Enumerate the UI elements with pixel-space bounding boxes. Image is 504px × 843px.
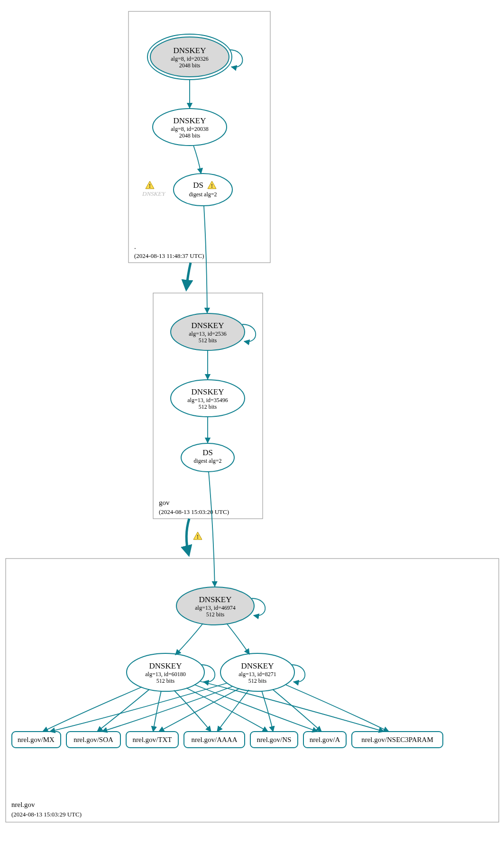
warning-icon: ! xyxy=(193,532,202,540)
node-root-ksk[interactable]: DNSKEY alg=8, id=20326 2048 bits xyxy=(147,34,232,80)
svg-text:!: ! xyxy=(197,533,199,540)
node-nrel-zsk1[interactable]: DNSKEY alg=13, id=60180 512 bits xyxy=(127,653,204,691)
svg-text:512 bits: 512 bits xyxy=(199,337,217,344)
svg-text:nrel.gov/NS: nrel.gov/NS xyxy=(257,736,292,743)
edge-root-zsk-ds xyxy=(193,146,201,174)
zone-gov-timestamp: (2024-08-13 15:03:20 UTC) xyxy=(159,508,229,515)
rrset-aaaa[interactable]: nrel.gov/AAAA xyxy=(184,732,245,748)
dnssec-graph: . (2024-08-13 11:48:37 UTC) DNSKEY alg=8… xyxy=(0,0,504,843)
rrset-txt[interactable]: nrel.gov/TXT xyxy=(126,732,178,748)
svg-text:nrel.gov/NSEC3PARAM: nrel.gov/NSEC3PARAM xyxy=(361,736,433,743)
edge-root-to-gov xyxy=(186,263,191,289)
svg-text:DNSKEY: DNSKEY xyxy=(142,190,166,197)
svg-text:2048 bits: 2048 bits xyxy=(179,62,201,69)
svg-text:512 bits: 512 bits xyxy=(156,678,175,684)
svg-text:nrel.gov/A: nrel.gov/A xyxy=(310,736,340,743)
edges-to-rrsets xyxy=(43,681,389,732)
svg-text:DNSKEY: DNSKEY xyxy=(149,661,182,670)
rrset-soa[interactable]: nrel.gov/SOA xyxy=(66,732,120,748)
svg-text:nrel.gov/SOA: nrel.gov/SOA xyxy=(73,736,113,743)
node-nrel-ksk[interactable]: DNSKEY alg=13, id=46974 512 bits xyxy=(176,587,254,625)
svg-text:512 bits: 512 bits xyxy=(199,403,217,410)
edge-gov-ds-nrel-ksk xyxy=(209,472,215,586)
edge-gov-to-nrel xyxy=(186,519,189,555)
warning-icon: ! xyxy=(146,181,154,189)
svg-text:!: ! xyxy=(149,183,151,189)
svg-text:DNSKEY: DNSKEY xyxy=(192,321,224,330)
zone-root-label: . xyxy=(134,243,136,250)
node-gov-ksk[interactable]: DNSKEY alg=13, id=2536 512 bits xyxy=(171,313,245,350)
svg-text:alg=13, id=2536: alg=13, id=2536 xyxy=(189,330,227,337)
svg-text:alg=13, id=46974: alg=13, id=46974 xyxy=(195,605,236,611)
zone-nrel-timestamp: (2024-08-13 15:03:29 UTC) xyxy=(11,811,82,818)
svg-text:alg=13, id=60180: alg=13, id=60180 xyxy=(145,671,186,678)
edge-root-ds-gov-ksk xyxy=(204,206,207,313)
svg-text:digest alg=2: digest alg=2 xyxy=(193,458,221,464)
zone-gov-label: gov xyxy=(159,499,170,506)
svg-text:2048 bits: 2048 bits xyxy=(179,132,201,139)
svg-text:nrel.gov/MX: nrel.gov/MX xyxy=(18,736,55,743)
svg-text:DS: DS xyxy=(193,181,203,190)
svg-text:DNSKEY: DNSKEY xyxy=(199,595,232,604)
svg-text:alg=13, id=35496: alg=13, id=35496 xyxy=(187,397,228,403)
svg-text:DNSKEY: DNSKEY xyxy=(241,661,274,670)
rrset-a[interactable]: nrel.gov/A xyxy=(303,732,346,748)
edge-nrel-ksk-zsk1 xyxy=(175,623,203,655)
svg-text:digest alg=2: digest alg=2 xyxy=(189,191,217,198)
rrset-mx[interactable]: nrel.gov/MX xyxy=(12,732,61,748)
svg-text:alg=8, id=20038: alg=8, id=20038 xyxy=(171,126,209,132)
svg-text:alg=13, id=8271: alg=13, id=8271 xyxy=(238,671,276,678)
svg-text:DS: DS xyxy=(202,448,213,457)
svg-text:alg=8, id=20326: alg=8, id=20326 xyxy=(171,55,209,62)
svg-text:DNSKEY: DNSKEY xyxy=(192,387,224,396)
node-root-ds[interactable]: DS ! digest alg=2 xyxy=(174,174,232,206)
node-nrel-zsk2[interactable]: DNSKEY alg=13, id=8271 512 bits xyxy=(220,653,294,691)
faded-dnskey: DNSKEY ! xyxy=(142,181,166,197)
svg-text:DNSKEY: DNSKEY xyxy=(174,116,206,125)
rrset-ns[interactable]: nrel.gov/NS xyxy=(250,732,298,748)
edge-nrel-ksk-zsk2 xyxy=(227,623,249,654)
zone-nrel-label: nrel.gov xyxy=(11,801,35,808)
svg-text:512 bits: 512 bits xyxy=(248,678,267,684)
svg-point-11 xyxy=(174,174,232,206)
rrset-nsec3param[interactable]: nrel.gov/NSEC3PARAM xyxy=(352,732,443,748)
svg-text:DNSKEY: DNSKEY xyxy=(174,46,206,55)
svg-text:!: ! xyxy=(211,183,213,189)
svg-text:nrel.gov/TXT: nrel.gov/TXT xyxy=(133,736,172,743)
rrset-row: nrel.gov/MX nrel.gov/SOA nrel.gov/TXT nr… xyxy=(12,732,443,748)
node-root-zsk[interactable]: DNSKEY alg=8, id=20038 2048 bits xyxy=(153,109,227,146)
node-gov-zsk[interactable]: DNSKEY alg=13, id=35496 512 bits xyxy=(171,380,245,417)
svg-text:nrel.gov/AAAA: nrel.gov/AAAA xyxy=(191,736,237,743)
zone-root-timestamp: (2024-08-13 11:48:37 UTC) xyxy=(134,252,204,259)
svg-text:512 bits: 512 bits xyxy=(206,611,225,618)
node-gov-ds[interactable]: DS digest alg=2 xyxy=(181,443,234,472)
